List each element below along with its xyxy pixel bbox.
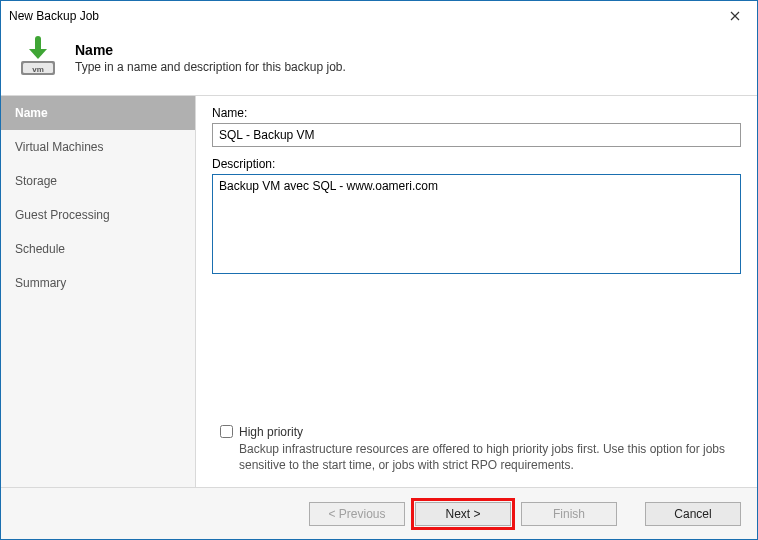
svg-text:vm: vm — [32, 65, 44, 74]
header: vm Name Type in a name and description f… — [1, 31, 757, 95]
main-pane: Name: Description: Backup VM avec SQL - … — [196, 96, 757, 487]
step-guest-processing[interactable]: Guest Processing — [1, 198, 195, 232]
form-area: Name: Description: Backup VM avec SQL - … — [212, 106, 741, 477]
window-title: New Backup Job — [9, 9, 99, 23]
dialog-body: Name Virtual Machines Storage Guest Proc… — [1, 95, 757, 487]
next-button[interactable]: Next > — [415, 502, 511, 526]
high-priority-label: High priority — [239, 425, 303, 439]
header-subtitle: Type in a name and description for this … — [75, 60, 346, 74]
wizard-icon: vm — [15, 35, 61, 81]
name-label: Name: — [212, 106, 741, 120]
close-icon — [730, 11, 740, 21]
footer: < Previous Next > Finish Cancel — [1, 487, 757, 539]
high-priority-help: Backup infrastructure resources are offe… — [212, 441, 741, 473]
close-button[interactable] — [712, 1, 757, 31]
step-schedule[interactable]: Schedule — [1, 232, 195, 266]
step-virtual-machines[interactable]: Virtual Machines — [1, 130, 195, 164]
high-priority-block: High priority Backup infrastructure reso… — [212, 417, 741, 477]
name-input[interactable] — [212, 123, 741, 147]
previous-button[interactable]: < Previous — [309, 502, 405, 526]
cancel-button[interactable]: Cancel — [645, 502, 741, 526]
titlebar: New Backup Job — [1, 1, 757, 31]
dialog-window: New Backup Job vm Name Type in a name an… — [0, 0, 758, 540]
step-summary[interactable]: Summary — [1, 266, 195, 300]
header-text: Name Type in a name and description for … — [75, 42, 346, 74]
high-priority-row[interactable]: High priority — [212, 425, 741, 439]
description-label: Description: — [212, 157, 741, 171]
high-priority-checkbox[interactable] — [220, 425, 233, 438]
description-input[interactable]: Backup VM avec SQL - www.oameri.com — [212, 174, 741, 274]
wizard-steps: Name Virtual Machines Storage Guest Proc… — [1, 96, 196, 487]
finish-button[interactable]: Finish — [521, 502, 617, 526]
step-name[interactable]: Name — [1, 96, 195, 130]
step-storage[interactable]: Storage — [1, 164, 195, 198]
header-title: Name — [75, 42, 346, 58]
